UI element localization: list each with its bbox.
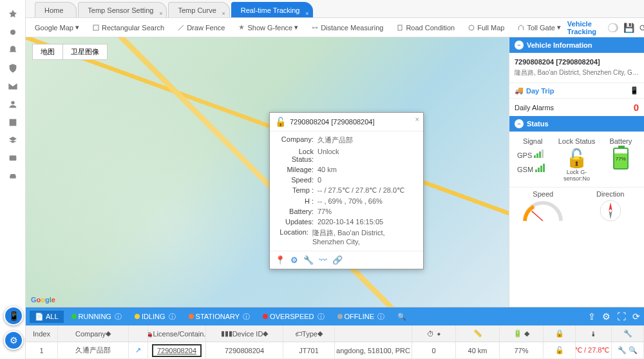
svg-point-1: [11, 101, 14, 104]
map-type-sat[interactable]: 卫星图像: [63, 44, 107, 59]
svg-point-0: [10, 30, 15, 35]
side-layers-icon[interactable]: [0, 131, 26, 150]
vehicle-info-header[interactable]: −Vehicle Information: [509, 37, 644, 53]
fab-device-icon[interactable]: 📱: [4, 306, 23, 325]
unlock-icon: 🔓: [275, 117, 286, 127]
popup-title: 7290808204 [7290808204]: [290, 118, 375, 126]
grid-expand-icon[interactable]: ⛶: [617, 311, 626, 322]
side-map-icon[interactable]: [0, 5, 26, 23]
popup-action-config-icon[interactable]: ⚙: [290, 255, 298, 265]
popup-action-key-icon[interactable]: 🔧: [303, 255, 314, 265]
map-toolbar: Google Map ▾ Rectangular Search Draw Fen…: [26, 18, 644, 37]
daily-alarms-label: Daily Alarms: [515, 104, 554, 112]
side-module-icon[interactable]: [0, 113, 26, 131]
grid-header: Index Company ◆ 🚗 License/Contain... ▮▮▮…: [26, 325, 644, 342]
vehicle-popup: × 🔓 7290808204 [7290808204] Company:久通产品…: [269, 112, 424, 269]
map-canvas[interactable]: 地图 卫星图像 Google 7290808204 [7290808204] ×…: [26, 37, 509, 307]
popup-action-pin-icon[interactable]: 📍: [275, 255, 285, 265]
side-mail-icon[interactable]: [0, 77, 26, 95]
popup-action-link-icon[interactable]: 🔗: [332, 255, 343, 265]
filter-all[interactable]: 📄ALL: [30, 311, 64, 323]
draw-fence-button[interactable]: Draw Fence: [175, 22, 227, 34]
svg-rect-5: [398, 25, 402, 30]
left-sidebar: [0, 0, 26, 359]
grid-refresh-icon[interactable]: ⟳: [632, 311, 640, 322]
bottom-grid: 📄ALL RUNNINGⓘ IDLINGⓘ STATIONARYⓘ OVERSP…: [26, 307, 644, 359]
tracking-toggle[interactable]: [608, 23, 619, 32]
side-bus-icon[interactable]: [0, 150, 26, 168]
lock-status-icon: 🔓: [556, 148, 597, 169]
daily-alarms-value: 0: [634, 102, 639, 113]
close-icon[interactable]: ×: [305, 6, 308, 21]
grid-export-icon[interactable]: ⇪: [588, 311, 596, 322]
vehicle-tracking-label: Vehicle Tracking: [567, 20, 603, 35]
tab-home[interactable]: Home: [35, 2, 77, 17]
filter-running[interactable]: RUNNINGⓘ: [66, 310, 127, 324]
filter-offline[interactable]: OFFLINEⓘ: [332, 310, 390, 324]
filter-overspeed[interactable]: OVERSPEEDⓘ: [258, 310, 329, 324]
table-row[interactable]: 1 久通产品部 ↗ 7290808204 7290808204 JT701 an…: [26, 342, 644, 359]
vehicle-address: 隆昌路, Bao'an District, Shenzhen City, Gua…: [515, 68, 639, 77]
map-provider-dropdown[interactable]: Google Map ▾: [32, 21, 82, 34]
road-cond-button[interactable]: Road Condition: [393, 22, 457, 34]
google-logo: Google: [31, 295, 55, 304]
side-car-icon[interactable]: [0, 168, 26, 186]
show-gfence-button[interactable]: Show G-fence ▾: [235, 21, 301, 34]
filter-idling[interactable]: IDLINGⓘ: [129, 310, 181, 324]
right-panel: −Vehicle Information 7290808204 [7290808…: [509, 37, 644, 307]
svg-point-6: [469, 25, 474, 30]
svg-rect-2: [10, 119, 17, 126]
save-icon[interactable]: 💾: [623, 23, 634, 33]
side-user-icon[interactable]: [0, 95, 26, 113]
battery-icon: 77%: [613, 148, 629, 170]
side-bell-icon[interactable]: [0, 41, 26, 59]
popup-close-icon[interactable]: ×: [415, 115, 419, 123]
filter-search-icon[interactable]: 🔍: [392, 311, 412, 323]
day-trip-label: 🚚 Day Trip: [515, 86, 554, 95]
map-type-switch: 地图 卫星图像: [32, 44, 108, 60]
side-cam-icon[interactable]: [0, 23, 26, 41]
speed-gauge: Speed: [509, 190, 577, 225]
distance-button[interactable]: Distance Measuring: [308, 22, 386, 34]
close-icon[interactable]: ×: [159, 6, 162, 21]
direction-compass: Direction: [577, 190, 645, 225]
side-shield-icon[interactable]: [0, 59, 26, 77]
tab-temp-sensor[interactable]: Temp Sensor Setting×: [78, 2, 167, 17]
day-trip-icon[interactable]: 📱: [630, 86, 639, 95]
toll-gate-button[interactable]: Toll Gate ▾: [515, 21, 563, 34]
filter-stationary[interactable]: STATIONARYⓘ: [184, 310, 255, 324]
close-icon[interactable]: ×: [222, 6, 225, 21]
fab-settings-icon[interactable]: ⚙: [4, 331, 23, 350]
grid-settings-icon[interactable]: ⚙: [602, 311, 611, 322]
tab-bar: Home Temp Sensor Setting× Temp Curve× Re…: [26, 0, 644, 18]
vehicle-name: 7290808204 [7290808204]: [515, 58, 639, 66]
svg-line-7: [532, 211, 544, 220]
rect-search-button[interactable]: Rectangular Search: [90, 22, 167, 34]
svg-rect-3: [10, 155, 17, 160]
svg-rect-4: [93, 25, 99, 30]
full-map-button[interactable]: Full Map: [465, 22, 507, 34]
status-header[interactable]: −Status: [509, 116, 644, 131]
popup-action-route-icon[interactable]: 〰: [319, 255, 327, 265]
tab-temp-curve[interactable]: Temp Curve×: [168, 2, 229, 17]
map-type-map[interactable]: 地图: [33, 44, 63, 59]
tab-realtime[interactable]: Real-time Tracking×: [231, 2, 314, 17]
refresh-icon[interactable]: ⟳: [639, 23, 644, 33]
